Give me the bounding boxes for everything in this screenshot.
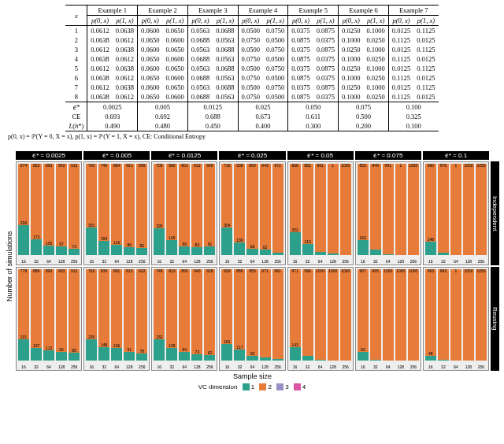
y-axis-label: Number of simulations bbox=[5, 161, 14, 371]
strip-c1: ϵ* = 0.005 bbox=[83, 151, 150, 160]
col-x: x bbox=[65, 6, 87, 26]
swatch-2 bbox=[259, 383, 266, 390]
summary-row: ϵ*0.00250.0050.01250.0250.0500.0750.100 bbox=[65, 102, 438, 113]
facet-plot: 7163049381398906694362972163264128256 bbox=[219, 161, 285, 265]
facet-plot: 7632358341488911369139192278163264128256 bbox=[83, 267, 150, 371]
facet-plot: 86825288211999111050163264128256 bbox=[287, 161, 354, 265]
facet-plot: 7003017401548841169218689582163264128256 bbox=[83, 161, 150, 265]
facet-plot: 85316394999111050163264128256 bbox=[355, 161, 421, 265]
facet-plot: 90793995100010001000163264128256 bbox=[355, 267, 421, 371]
swatch-3 bbox=[276, 383, 284, 390]
strip-c5: ϵ* = 0.075 bbox=[355, 151, 421, 160]
facet-plot: 960148976110501050163264128256 bbox=[423, 161, 489, 265]
summary-row: CE0.6930.6920.6880.6730.6110.5000.325 bbox=[65, 112, 438, 121]
ex-7: Example 7 bbox=[388, 6, 438, 16]
table-row: 80.06380.06120.06500.06000.06880.05630.0… bbox=[65, 92, 438, 102]
swatch-1 bbox=[243, 383, 250, 390]
table-row: 10.06120.06380.06000.06500.05630.06880.0… bbox=[65, 26, 438, 36]
facet-plot: 99348993110501050163264128256 bbox=[423, 267, 489, 371]
x-axis-label: Sample size bbox=[16, 372, 489, 380]
facet-plot: 748232813139893949407292862163264128256 bbox=[151, 267, 217, 371]
legend-title: VC dimension bbox=[198, 383, 238, 390]
ex-4: Example 4 bbox=[238, 6, 288, 16]
legend: VC dimension 1 2 3 4 bbox=[5, 383, 499, 390]
summary-row: L(h*)0.4900.4800.4500.4000.3000.2000.100 bbox=[65, 121, 438, 131]
table-footnote: p(0, x) = ℙ(Y = 0, X = x), p(1, x) = ℙ(Y… bbox=[8, 133, 499, 140]
ex-2: Example 2 bbox=[138, 6, 188, 16]
ex-6: Example 6 bbox=[339, 6, 389, 16]
facet-plot: 971143996100010001000163264128256 bbox=[287, 267, 354, 371]
table-row: 40.06380.06120.06500.06000.06880.05630.0… bbox=[65, 54, 438, 64]
facet-plot: 7782318891378931129039291285163264128256 bbox=[16, 267, 82, 371]
facet-plot: 705295860165901999128390991163264128256 bbox=[151, 161, 217, 265]
strip-c4: ϵ* = 0.05 bbox=[287, 151, 354, 160]
ex-5: Example 5 bbox=[288, 6, 339, 16]
ex-3: Example 3 bbox=[187, 6, 238, 16]
strip-c2: ϵ* = 0.0125 bbox=[151, 151, 217, 160]
ex-1: Example 1 bbox=[87, 6, 138, 16]
table-row: 60.06380.06120.06500.06000.06880.05630.0… bbox=[65, 73, 438, 83]
strip-c3: ϵ* = 0.025 bbox=[219, 151, 285, 160]
facet-plot: 6743268231738931059039791273163264128256 bbox=[16, 161, 82, 265]
table-row: 50.06120.06380.06000.06500.05630.06880.0… bbox=[65, 64, 438, 73]
facet-grid: ϵ* = 0.0025 ϵ* = 0.005 ϵ* = 0.0125 ϵ* = … bbox=[5, 151, 499, 380]
probability-table: x Example 1 Example 2 Example 3 Example … bbox=[65, 5, 438, 131]
strip-r0: Independent bbox=[491, 161, 499, 265]
strip-r1: Reusing bbox=[491, 267, 499, 371]
table-row: 70.06120.06380.06000.06500.05630.06880.0… bbox=[65, 83, 438, 92]
table-row: 20.06380.06120.06500.06000.06880.05630.0… bbox=[65, 35, 438, 45]
table-row: 30.06120.06380.06000.06500.05630.06880.0… bbox=[65, 45, 438, 54]
strip-c0: ϵ* = 0.0025 bbox=[16, 151, 82, 160]
facet-plot: 92918188911795555971991163264128256 bbox=[219, 267, 285, 371]
strip-c6: ϵ* = 0.1 bbox=[423, 151, 489, 160]
swatch-4 bbox=[294, 383, 301, 390]
